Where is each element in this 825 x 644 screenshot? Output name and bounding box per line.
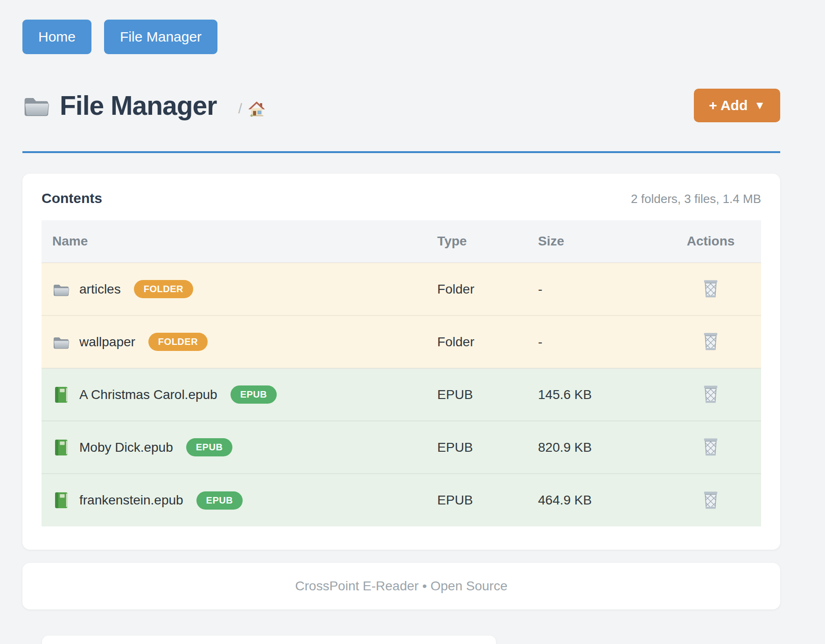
column-header-actions: Actions: [660, 220, 761, 263]
delete-button[interactable]: [699, 276, 722, 301]
file-size: -: [538, 263, 660, 315]
trash-icon: [701, 384, 720, 404]
book-icon: [52, 491, 70, 509]
table-row[interactable]: Moby Dick.epub EPUB EPUB 820.9 KB: [42, 421, 761, 474]
table-header-row: Name Type Size Actions: [42, 220, 761, 263]
delete-button[interactable]: [699, 434, 722, 459]
trash-icon: [701, 278, 720, 299]
add-button-label: + Add: [709, 98, 748, 113]
table-row[interactable]: articles FOLDER Folder -: [42, 263, 761, 315]
file-name: frankenstein.epub: [79, 493, 183, 508]
file-type: EPUB: [437, 368, 538, 421]
trash-icon: [701, 331, 720, 351]
delete-button[interactable]: [699, 329, 722, 353]
file-size: -: [538, 315, 660, 368]
type-badge: FOLDER: [148, 333, 208, 351]
file-manager-button[interactable]: File Manager: [104, 20, 217, 54]
page-title: File Manager: [60, 91, 217, 120]
file-name: wallpaper: [79, 335, 135, 350]
delete-button[interactable]: [699, 382, 722, 406]
type-badge: EPUB: [196, 491, 243, 510]
partial-card: [42, 636, 496, 644]
file-type: Folder: [437, 263, 538, 315]
top-nav: Home File Manager: [22, 20, 780, 54]
file-size: 820.9 KB: [538, 421, 660, 474]
footer-text: CrossPoint E-Reader • Open Source: [295, 579, 508, 594]
folder-icon: [52, 280, 70, 298]
file-type: EPUB: [437, 474, 538, 526]
type-badge: EPUB: [231, 385, 277, 404]
file-size: 464.9 KB: [538, 474, 660, 526]
delete-button[interactable]: [699, 488, 722, 512]
table-row[interactable]: wallpaper FOLDER Folder -: [42, 315, 761, 368]
column-header-size: Size: [538, 220, 660, 263]
breadcrumb-separator: /: [238, 101, 242, 117]
chevron-down-icon: ▼: [754, 99, 765, 112]
file-name: articles: [79, 282, 121, 297]
contents-summary: 2 folders, 3 files, 1.4 MB: [631, 192, 761, 206]
contents-card-header: Contents 2 folders, 3 files, 1.4 MB: [42, 190, 761, 206]
page: Home File Manager File Manager / + Add ▼…: [0, 0, 825, 609]
trash-icon: [701, 490, 720, 510]
files-table: Name Type Size Actions articles FOLDER F…: [42, 220, 761, 526]
column-header-type: Type: [437, 220, 538, 263]
file-type: EPUB: [437, 421, 538, 474]
table-row[interactable]: frankenstein.epub EPUB EPUB 464.9 KB: [42, 474, 761, 526]
contents-title: Contents: [42, 190, 102, 206]
add-button[interactable]: + Add ▼: [694, 89, 780, 122]
type-badge: FOLDER: [134, 280, 193, 298]
page-header: File Manager / + Add ▼: [22, 89, 780, 153]
column-header-name: Name: [42, 220, 437, 263]
type-badge: EPUB: [186, 438, 233, 456]
book-icon: [52, 439, 70, 456]
footer: CrossPoint E-Reader • Open Source: [22, 563, 780, 609]
home-icon[interactable]: [248, 100, 266, 118]
home-button[interactable]: Home: [22, 20, 91, 54]
book-icon: [52, 386, 70, 404]
file-type: Folder: [437, 315, 538, 368]
folder-icon: [22, 91, 50, 119]
file-name: A Christmas Carol.epub: [79, 387, 217, 402]
contents-card: Contents 2 folders, 3 files, 1.4 MB Name…: [22, 174, 780, 550]
folder-icon: [52, 333, 70, 351]
trash-icon: [701, 436, 720, 457]
title-wrap: File Manager /: [22, 91, 694, 120]
breadcrumb: /: [238, 100, 265, 118]
table-row[interactable]: A Christmas Carol.epub EPUB EPUB 145.6 K…: [42, 368, 761, 421]
file-size: 145.6 KB: [538, 368, 660, 421]
file-name: Moby Dick.epub: [79, 440, 173, 455]
